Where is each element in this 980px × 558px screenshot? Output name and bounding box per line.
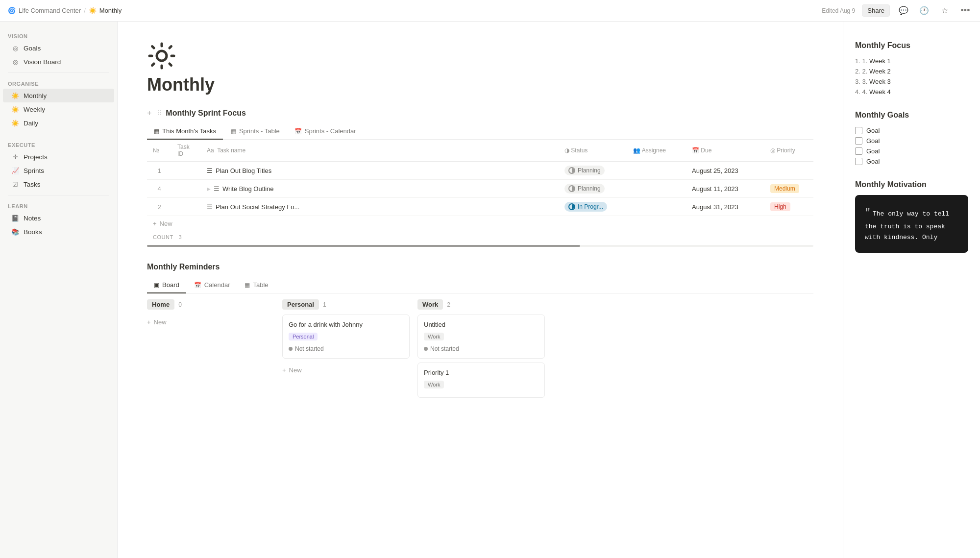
board-add-new-personal[interactable]: + New	[282, 363, 410, 378]
sidebar-item-notes-label: Notes	[24, 215, 41, 222]
task-priority-cell: High	[764, 198, 813, 216]
rs-focus-item-4: 4. Week 4	[855, 87, 968, 97]
goal-checkbox-1[interactable]	[855, 127, 862, 134]
add-new-label-personal: New	[289, 366, 302, 374]
sprint-section-title: Monthly Sprint Focus	[166, 109, 246, 118]
sidebar-item-weekly-label: Weekly	[24, 106, 45, 113]
status-icon-blue	[568, 203, 575, 210]
tab-table[interactable]: ▦ Table	[238, 277, 275, 293]
history-icon[interactable]: 🕐	[917, 4, 931, 18]
tab-board-label: Board	[162, 281, 179, 289]
books-icon: 📚	[11, 227, 20, 236]
goal-checkbox-3[interactable]	[855, 147, 862, 155]
priority-badge-medium: Medium	[770, 184, 799, 193]
task-status-cell: Planning	[559, 180, 627, 198]
status-icon	[568, 167, 575, 174]
goal-checkbox-4[interactable]	[855, 158, 862, 165]
board-col-count-personal: 1	[323, 301, 326, 308]
tab-sprints-table-label: Sprints - Table	[239, 127, 280, 135]
board-add-new-home[interactable]: + New	[147, 315, 274, 330]
task-num: 4	[147, 180, 172, 198]
task-due-cell: August 11, 2023	[686, 180, 764, 198]
sidebar-item-goals-label: Goals	[24, 45, 41, 52]
sidebar-item-sprints[interactable]: 📈 Sprints	[3, 164, 114, 177]
goal-item-4[interactable]: Goal	[855, 156, 968, 167]
right-sidebar: Monthly Focus 1. Week 1 2. Week 2 3. Wee…	[843, 22, 980, 558]
sidebar-section-execute: Execute	[0, 138, 117, 150]
star-icon[interactable]: ☆	[938, 4, 952, 18]
sidebar-item-visionboard[interactable]: ◎ Vision Board	[3, 55, 114, 69]
rs-goals-title: Monthly Goals	[855, 111, 968, 120]
board-container: Home 0 + New Personal 1	[147, 299, 813, 402]
comment-icon[interactable]: 💬	[897, 4, 910, 18]
plus-icon-personal: +	[282, 366, 286, 374]
priority-badge-high: High	[770, 202, 790, 211]
share-button[interactable]: Share	[862, 4, 890, 17]
sidebar-item-books[interactable]: 📚 Books	[3, 225, 114, 239]
sprint-add-icon[interactable]: +	[147, 109, 151, 118]
goal-item-1[interactable]: Goal	[855, 125, 968, 136]
sidebar-item-weekly[interactable]: ☀️ Weekly	[3, 102, 114, 116]
board-card-tag-work-2: Work	[424, 381, 444, 388]
tab-calendar[interactable]: 📅 Calendar	[187, 277, 237, 293]
edited-text: Edited Aug 9	[822, 7, 855, 14]
priority-header-icon: ◎	[770, 147, 775, 154]
board-icon-tab: ▣	[154, 282, 159, 289]
breadcrumb: 🌀 Life Command Center / ☀️ Monthly	[8, 7, 122, 14]
sprint-section-header: + ⠿ Monthly Sprint Focus	[147, 109, 813, 118]
sidebar-item-tasks[interactable]: ☑ Tasks	[3, 177, 114, 191]
sidebar-item-monthly[interactable]: ☀️ Monthly	[3, 89, 114, 102]
tab-sprints-table[interactable]: ▦ Sprints - Table	[224, 123, 287, 140]
board-card-title-johnny: Go for a drink with Johnny	[289, 321, 403, 328]
task-type-icon: ☰	[214, 185, 220, 193]
add-new-task-row[interactable]: + New	[147, 216, 813, 231]
status-badge-inprogress[interactable]: In Progr...	[564, 202, 607, 212]
add-icon: +	[153, 220, 157, 227]
table-row[interactable]: 1 ☰ Plan Out Blog Titles	[147, 162, 813, 180]
goal-item-2[interactable]: Goal	[855, 136, 968, 146]
board-column-work: Work 2 Untitled Work Not started	[417, 299, 545, 402]
goal-checkbox-2[interactable]	[855, 137, 862, 145]
breadcrumb-parent[interactable]: Life Command Center	[19, 7, 81, 14]
count-label: COUNT	[153, 234, 173, 240]
sidebar-item-projects[interactable]: ✛ Projects	[3, 150, 114, 164]
tab-this-months-tasks[interactable]: ▦ This Month's Tasks	[147, 123, 223, 140]
more-icon[interactable]: •••	[958, 4, 972, 18]
rs-focus-list: 1. Week 1 2. Week 2 3. Week 3 4. Week 4	[855, 56, 968, 97]
target-icon-2: ◎	[11, 57, 20, 66]
goal-label-2: Goal	[866, 137, 880, 145]
board-column-home: Home 0 + New	[147, 299, 274, 402]
table-row[interactable]: 2 ☰ Plan Out Social Strategy Fo...	[147, 198, 813, 216]
breadcrumb-icon: 🌀	[8, 7, 16, 14]
page-title: Monthly	[147, 74, 813, 95]
board-col-count-home: 0	[178, 301, 182, 308]
reminders-section: Monthly Reminders ▣ Board 📅 Calendar ▦ T…	[147, 263, 813, 402]
svg-line-3	[152, 47, 154, 49]
expand-icon[interactable]: ▶	[207, 186, 211, 192]
table-row[interactable]: 4 ▶ ☰ Write Blog Outline	[147, 180, 813, 198]
reminders-section-title: Monthly Reminders	[147, 263, 220, 271]
status-badge[interactable]: Planning	[564, 184, 605, 194]
status-badge[interactable]: Planning	[564, 166, 605, 175]
tab-board[interactable]: ▣ Board	[147, 277, 186, 293]
sidebar-divider-2	[8, 134, 109, 134]
add-new-label: New	[160, 220, 172, 227]
tab-sprints-calendar[interactable]: 📅 Sprints - Calendar	[288, 123, 363, 140]
sidebar-item-goals[interactable]: ◎ Goals	[3, 41, 114, 55]
main-content: Monthly + ⠿ Monthly Sprint Focus ▦ This …	[118, 22, 843, 558]
assignee-header-icon: 👥	[633, 147, 640, 154]
board-card-johnny[interactable]: Go for a drink with Johnny Personal Not …	[282, 315, 410, 359]
sidebar-item-daily-label: Daily	[24, 120, 38, 127]
sidebar-item-daily[interactable]: ☀️ Daily	[3, 116, 114, 130]
task-status-cell: In Progr...	[559, 198, 627, 216]
main-layout: Vision ◎ Goals ◎ Vision Board Organise ☀…	[0, 22, 980, 558]
task-name-text: Plan Out Blog Titles	[216, 167, 271, 174]
svg-line-4	[170, 64, 172, 66]
goal-item-3[interactable]: Goal	[855, 146, 968, 156]
sidebar-item-notes[interactable]: 📓 Notes	[3, 211, 114, 225]
sidebar-section-organise: Organise	[0, 77, 117, 89]
board-card-untitled[interactable]: Untitled Work Not started	[417, 315, 545, 359]
col-header-status: ◑ Status	[559, 140, 627, 162]
board-card-priority1[interactable]: Priority 1 Work	[417, 363, 545, 398]
table-icon-reminders: ▦	[245, 282, 250, 289]
